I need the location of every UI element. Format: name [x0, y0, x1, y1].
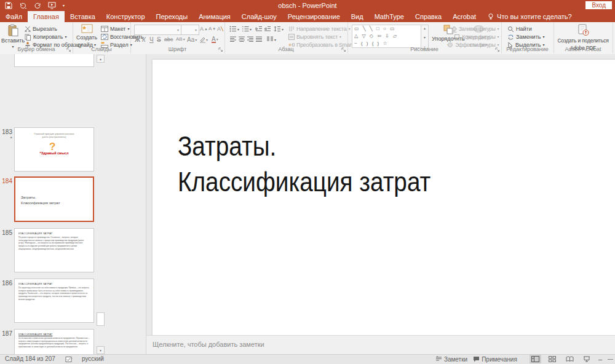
- drawing-dialog-launcher-icon[interactable]: [495, 47, 500, 52]
- zoom-slider[interactable]: [608, 359, 613, 360]
- drawing-group-label: Рисование: [347, 46, 501, 52]
- shape-gallery[interactable]: ▭ ╲ ╲ □ ○ ▭ △ ▽ ◇ ⇦ ⇩ ▱ ~ ( ) { } ☆: [352, 25, 424, 48]
- slideshow-view-button[interactable]: [581, 355, 593, 363]
- thumbnail-scrollbar[interactable]: ▴ ▼: [97, 54, 105, 355]
- columns-icon[interactable]: [266, 36, 274, 42]
- comments-toggle-button[interactable]: Примечания: [473, 356, 517, 363]
- align-left-icon[interactable]: [229, 36, 237, 42]
- notes-pane[interactable]: Щелкните, чтобы добавить заметки: [146, 335, 615, 355]
- text-direction-button[interactable]: Направление текста ▾: [288, 25, 351, 33]
- language-indicator[interactable]: русский: [82, 355, 104, 362]
- text-direction-icon: [288, 26, 295, 32]
- tell-me-box[interactable]: Что вы хотите сделать?: [482, 11, 578, 22]
- slide-thumbnail-pane: 183 * Главный принцип управленческого уч…: [0, 54, 146, 355]
- shrink-font-button[interactable]: А▼: [208, 26, 216, 31]
- new-slide-button[interactable]: Создать слайд▾: [76, 24, 98, 48]
- numbering-caret-icon[interactable]: ▾: [250, 28, 252, 31]
- zoom-out-button[interactable]: –: [598, 356, 602, 362]
- scrollbar-thumb[interactable]: [97, 312, 105, 326]
- bullets-caret-icon[interactable]: ▾: [237, 28, 239, 31]
- thumbnail-slide-183[interactable]: Главный принцип управленческого учета (к…: [14, 127, 94, 172]
- slide-title-textbox[interactable]: Затраты. Классификация затрат: [178, 129, 430, 200]
- highlight-color-button[interactable]: ▾: [199, 36, 208, 43]
- change-case-button[interactable]: Аа▾: [187, 36, 197, 43]
- thumbnail-slide-186[interactable]: КЛАССИФИКАЦИЯ ЗАТРАТ По характеру отнесе…: [14, 279, 94, 323]
- reading-view-button[interactable]: [564, 355, 576, 363]
- current-slide[interactable]: Затраты. Классификация затрат: [153, 60, 615, 335]
- underline-button[interactable]: Ч: [149, 36, 154, 43]
- slides-group-label: Слайды: [73, 46, 130, 52]
- strikethrough-button[interactable]: S: [157, 36, 161, 43]
- scrollbar-down-button[interactable]: ▼: [97, 346, 105, 354]
- italic-button[interactable]: К: [142, 36, 146, 43]
- animation-star-183: *: [1, 135, 12, 141]
- gallery-down-icon[interactable]: ▾: [424, 35, 426, 39]
- decrease-indent-icon[interactable]: [255, 26, 263, 32]
- copy-button[interactable]: Копировать ▾: [25, 33, 66, 41]
- align-text-caret-icon: ▾: [339, 35, 341, 39]
- layout-button[interactable]: Макет ▾: [101, 25, 130, 33]
- line-spacing-caret-icon[interactable]: ▾: [282, 28, 284, 31]
- paragraph-dialog-launcher-icon[interactable]: [341, 47, 346, 52]
- font-size-combo[interactable]: ▾: [181, 25, 199, 35]
- paste-button[interactable]: Вставить ▾: [4, 24, 22, 49]
- notes-toggle-button[interactable]: Заметки: [435, 356, 467, 363]
- font-dialog-launcher-icon[interactable]: [218, 47, 223, 52]
- replace-button[interactable]: Заменить ▾: [507, 33, 544, 41]
- comments-toggle-label: Примечания: [482, 356, 517, 363]
- gallery-up-icon[interactable]: ▴: [424, 26, 426, 30]
- font-color-button[interactable]: А ▾: [212, 36, 218, 43]
- justify-icon[interactable]: [255, 36, 263, 42]
- thumb-186-body: По характеру отнесения на себестоимость …: [18, 287, 90, 301]
- tab-help[interactable]: Справка: [410, 11, 447, 22]
- align-text-button[interactable]: Выровнять текст ▾: [288, 33, 341, 41]
- character-spacing-button[interactable]: АВ▾: [176, 36, 185, 42]
- tab-file[interactable]: Файл: [0, 11, 28, 22]
- thumbnail-slide-184-selected[interactable]: Затраты. Классификация затрат: [14, 176, 94, 222]
- bullets-icon[interactable]: [229, 26, 237, 32]
- shape-outline-button[interactable]: Контур фигуры ▾: [454, 33, 499, 41]
- tab-animations[interactable]: Анимация: [193, 11, 236, 22]
- scrollbar-up-button[interactable]: ▴: [97, 55, 105, 63]
- tab-acrobat[interactable]: Acrobat: [447, 11, 482, 22]
- tab-view[interactable]: Вид: [346, 11, 369, 22]
- tab-review[interactable]: Рецензирование: [282, 11, 346, 22]
- thumbnail-slide-187[interactable]: КЛАССИФИКАЦИЯ ЗАТРАТ по отношению к изме…: [14, 329, 94, 355]
- slide-sorter-view-button[interactable]: [547, 355, 558, 363]
- find-button[interactable]: Найти: [507, 25, 532, 33]
- slide-number-187: 187: [1, 330, 12, 337]
- grow-font-button[interactable]: А▲: [200, 26, 208, 32]
- thumbnail-slide-185[interactable]: КЛАССИФИКАЦИЯ ЗАТРАТ По роли в процессе …: [14, 228, 94, 272]
- tab-slideshow[interactable]: Слайд-шоу: [236, 11, 282, 22]
- cut-button[interactable]: Вырезать: [25, 25, 57, 33]
- align-center-icon[interactable]: [238, 36, 245, 42]
- tab-insert[interactable]: Вставка: [65, 11, 101, 22]
- font-group-label: Шрифт: [130, 46, 224, 52]
- shape-gallery-scroll[interactable]: ▴ ▾ ⌄: [421, 25, 429, 49]
- align-text-icon: [288, 34, 295, 40]
- group-drawing: ▭ ╲ ╲ □ ○ ▭ △ ▽ ◇ ⇦ ⇩ ▱ ~ ( ) { } ☆ ▴ ▾ …: [347, 22, 502, 53]
- notes-placeholder[interactable]: Щелкните, чтобы добавить заметки: [153, 341, 264, 348]
- clipboard-dialog-launcher-icon[interactable]: [66, 47, 71, 52]
- tab-transitions[interactable]: Переходы: [151, 11, 194, 22]
- thumbnail-slide-182-partial[interactable]: [14, 54, 94, 67]
- clear-formatting-icon[interactable]: A: [217, 25, 223, 32]
- increase-indent-icon[interactable]: [264, 26, 271, 32]
- tab-home[interactable]: Главная: [28, 11, 65, 22]
- svg-text:A: A: [217, 26, 221, 32]
- spellcheck-icon[interactable]: [65, 356, 73, 363]
- bold-button[interactable]: Ж: [135, 36, 140, 43]
- tab-design[interactable]: Конструктор: [101, 11, 151, 22]
- align-right-icon[interactable]: [247, 36, 254, 42]
- sign-in-button[interactable]: Вход: [585, 1, 612, 9]
- numbering-icon[interactable]: [242, 26, 249, 32]
- font-name-combo[interactable]: ▾: [134, 25, 181, 35]
- group-slides: Создать слайд▾ Макет ▾ Восстановить Разд…: [73, 22, 131, 53]
- slide-count-indicator[interactable]: Слайд 184 из 207: [5, 355, 55, 362]
- shape-fill-button[interactable]: Заливка фигуры ▾: [451, 25, 499, 33]
- tab-mathtype[interactable]: MathType: [369, 11, 410, 22]
- normal-view-button[interactable]: [530, 355, 541, 363]
- line-spacing-icon[interactable]: [274, 26, 281, 32]
- columns-caret-icon[interactable]: ▾: [274, 38, 276, 42]
- text-shadow-button[interactable]: abc: [164, 36, 173, 42]
